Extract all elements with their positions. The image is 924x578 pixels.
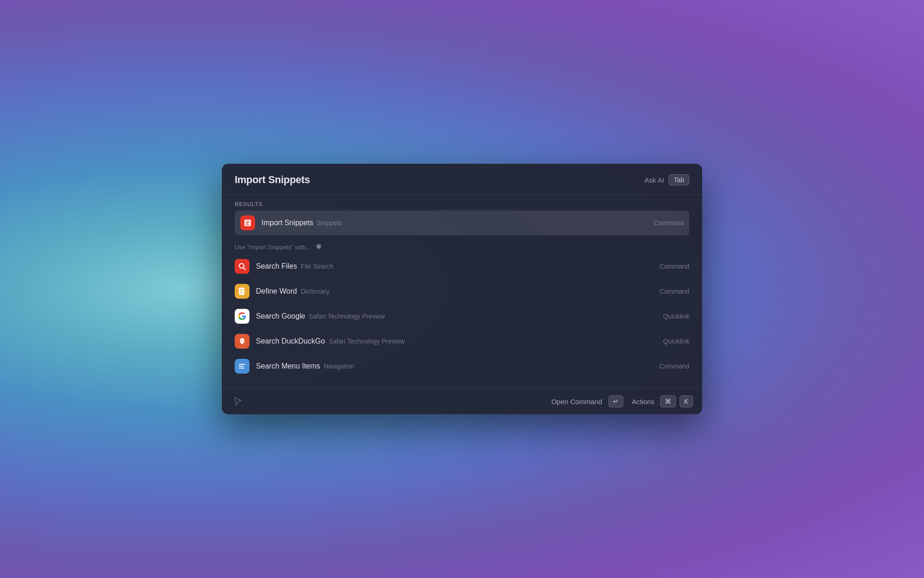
navigation-icon <box>235 359 249 374</box>
snippet-cursor-icon <box>231 395 244 408</box>
open-command-label: Open Command <box>551 398 602 406</box>
gear-icon[interactable] <box>315 243 323 251</box>
dictionary-icon <box>235 284 249 299</box>
item-badge: Quicklink <box>663 313 689 320</box>
with-label: Use "Import Snippets" with... <box>235 244 311 251</box>
item-text: Define Word Dictionary <box>256 287 653 295</box>
item-subtitle: Safari Technology Preview <box>328 338 405 345</box>
selected-item-badge: Command <box>654 219 684 227</box>
dialog-window: Import Snippets Ask AI Tab Results Impor… <box>222 164 702 414</box>
ask-ai-label[interactable]: Ask AI <box>644 176 664 184</box>
search-files-icon <box>235 259 249 274</box>
item-text: Search Files File Search <box>256 262 653 271</box>
enter-key-badge[interactable]: ↵ <box>608 395 623 407</box>
item-text: Search Google Safari Technology Preview <box>256 312 657 320</box>
snippets-icon <box>240 215 255 230</box>
item-badge: Command <box>659 263 689 270</box>
svg-rect-7 <box>240 289 243 290</box>
results-label: Results <box>235 201 689 208</box>
items-list: Search Files File Search Command Define … <box>222 254 702 379</box>
actions-label: Actions <box>632 398 654 406</box>
item-text: Search Menu Items Navigation <box>256 362 653 370</box>
item-name: Search Menu Items <box>256 362 320 370</box>
item-subtitle: Navigation <box>324 363 354 370</box>
results-section: Results Import Snippets Snippets Command <box>222 195 702 238</box>
item-badge: Command <box>659 363 689 370</box>
k-key-badge[interactable]: K <box>680 395 693 407</box>
svg-rect-14 <box>239 366 243 367</box>
dialog-footer: Open Command ↵ Actions ⌘ K <box>222 388 702 414</box>
cmd-key-badge[interactable]: ⌘ <box>660 395 676 407</box>
item-badge: Quicklink <box>663 338 689 345</box>
svg-rect-1 <box>246 221 249 222</box>
item-subtitle: Dictionary <box>301 288 329 295</box>
dialog-header: Import Snippets Ask AI Tab <box>222 164 702 195</box>
tab-badge[interactable]: Tab <box>669 174 689 185</box>
svg-rect-15 <box>239 368 244 369</box>
item-text: Search DuckDuckGo Safari Technology Prev… <box>256 337 657 345</box>
svg-point-11 <box>241 340 242 341</box>
svg-rect-8 <box>240 291 243 291</box>
selected-item-subtitle: Snippets <box>317 219 342 227</box>
item-name: Search Files <box>256 262 297 271</box>
item-name: Define Word <box>256 287 297 295</box>
svg-line-5 <box>243 268 245 270</box>
dialog-title: Import Snippets <box>235 174 310 186</box>
selected-item-text: Import Snippets Snippets <box>261 219 647 227</box>
with-section: Use "Import Snippets" with... <box>222 238 702 254</box>
item-badge: Command <box>659 288 689 295</box>
list-item[interactable]: Search Files File Search Command <box>229 254 695 279</box>
item-name: Search DuckDuckGo <box>256 337 325 345</box>
selected-item-name: Import Snippets <box>261 219 313 227</box>
item-name: Search Google <box>256 312 305 320</box>
svg-rect-3 <box>246 224 249 225</box>
list-item[interactable]: Search Google Safari Technology Preview … <box>229 304 695 329</box>
svg-rect-2 <box>246 223 249 224</box>
list-item[interactable]: Define Word Dictionary Command <box>229 279 695 304</box>
svg-rect-9 <box>240 292 243 293</box>
duckduckgo-icon <box>235 334 249 349</box>
header-right: Ask AI Tab <box>644 174 689 185</box>
item-subtitle: File Search <box>301 263 334 270</box>
item-subtitle: Safari Technology Preview <box>309 313 385 320</box>
list-item[interactable]: Search Menu Items Navigation Command <box>229 354 695 379</box>
selected-result-item[interactable]: Import Snippets Snippets Command <box>235 210 689 235</box>
list-item[interactable]: Search DuckDuckGo Safari Technology Prev… <box>229 329 695 354</box>
svg-rect-13 <box>239 364 245 365</box>
svg-point-12 <box>241 342 243 344</box>
footer-left <box>231 395 244 408</box>
google-icon <box>235 309 249 324</box>
snippets-icon-svg <box>243 218 252 228</box>
